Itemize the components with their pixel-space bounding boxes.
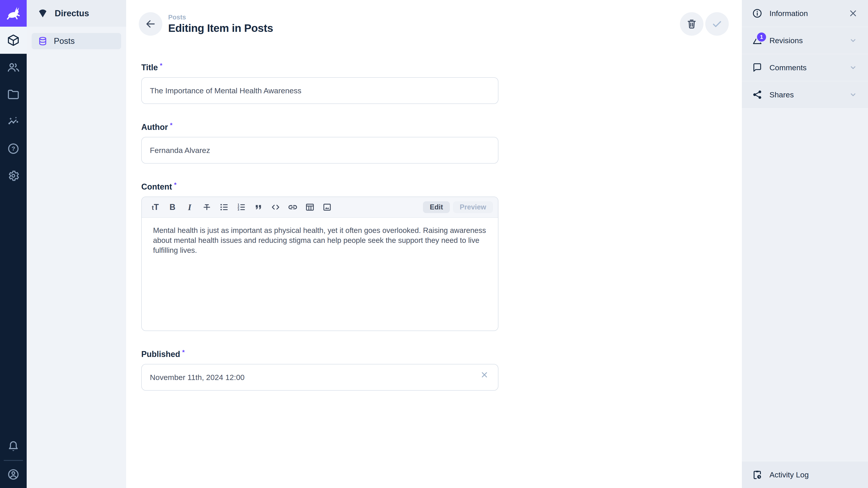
- toolbar-numbered-list-button[interactable]: 123: [232, 199, 250, 216]
- toolbar-table-button[interactable]: [301, 199, 318, 216]
- activity-log-label: Activity Log: [770, 470, 809, 479]
- field-published: Published*: [141, 350, 498, 391]
- toolbar-bulleted-list-button[interactable]: [215, 199, 232, 216]
- box-icon: [7, 34, 20, 47]
- page-title: Editing Item in Posts: [168, 22, 273, 34]
- toolbar-italic-button[interactable]: I: [181, 199, 198, 216]
- notifications-button[interactable]: [0, 433, 27, 460]
- toolbar-blockquote-button[interactable]: [250, 199, 267, 216]
- field-title: Title*: [141, 63, 498, 104]
- heading-icon: tT: [152, 203, 159, 211]
- markdown-editor: tT B I: [141, 197, 498, 331]
- sidebar-section-information[interactable]: Information: [742, 0, 868, 27]
- back-button[interactable]: [139, 12, 162, 36]
- toolbar-code-button[interactable]: [267, 199, 284, 216]
- required-asterisk: *: [182, 349, 185, 356]
- sidebar-section-comments[interactable]: Comments: [742, 54, 868, 81]
- detail-sidebar: Information 1 Revisions Comments: [742, 0, 868, 488]
- save-button[interactable]: [705, 12, 729, 36]
- nav-sidebar: Directus Posts: [27, 0, 126, 488]
- arrow-left-icon: [145, 18, 156, 30]
- page-header: Posts Editing Item in Posts: [126, 0, 742, 36]
- account-circle-icon: [7, 468, 20, 481]
- published-input[interactable]: [141, 364, 498, 391]
- module-item-insights[interactable]: [0, 108, 27, 135]
- required-asterisk: *: [160, 62, 162, 69]
- strikethrough-icon: [202, 202, 212, 213]
- directus-logo[interactable]: [0, 0, 27, 27]
- project-name: Directus: [55, 8, 89, 18]
- numbered-list-icon: 123: [236, 202, 246, 213]
- table-icon: [305, 202, 315, 213]
- sidebar-section-revisions[interactable]: 1 Revisions: [742, 27, 868, 54]
- module-item-files[interactable]: [0, 81, 27, 108]
- sidebar-section-shares[interactable]: Shares: [742, 81, 868, 108]
- author-input[interactable]: [141, 137, 498, 164]
- svg-text:?: ?: [11, 145, 15, 152]
- bulleted-list-icon: [219, 202, 229, 213]
- quote-icon: [253, 202, 264, 213]
- trash-icon: [686, 18, 698, 30]
- module-item-users[interactable]: [0, 54, 27, 81]
- account-button[interactable]: [0, 461, 27, 488]
- delete-button[interactable]: [680, 12, 704, 36]
- sidebar-section-label: Information: [770, 9, 808, 18]
- module-item-help[interactable]: ?: [0, 135, 27, 162]
- bell-icon: [7, 440, 20, 453]
- link-icon: [287, 202, 298, 213]
- field-author: Author*: [141, 123, 498, 164]
- chevron-down-icon[interactable]: [848, 63, 858, 72]
- share-icon: [752, 89, 763, 100]
- bold-icon: B: [169, 203, 176, 211]
- content-textarea[interactable]: Mental health is just as important as ph…: [142, 218, 498, 330]
- clear-date-button[interactable]: [477, 367, 492, 382]
- project-fan-icon: [37, 8, 49, 19]
- module-bar: ?: [0, 0, 27, 488]
- activity-log-button[interactable]: Activity Log: [742, 461, 868, 488]
- item-form: Title* Author* Content* tT B: [141, 63, 498, 391]
- nav-item-posts[interactable]: Posts: [32, 33, 121, 49]
- editor-mode-tabs: Edit Preview: [423, 201, 493, 213]
- svg-text:3: 3: [238, 208, 239, 211]
- field-title-label: Title*: [141, 63, 498, 72]
- module-item-content[interactable]: [0, 27, 27, 54]
- gear-icon: [7, 169, 20, 182]
- tab-preview[interactable]: Preview: [453, 201, 493, 213]
- toolbar-link-button[interactable]: [284, 199, 301, 216]
- sidebar-empty-area: [742, 108, 868, 461]
- code-icon: [270, 202, 281, 213]
- field-author-label: Author*: [141, 123, 498, 132]
- help-icon: ?: [7, 142, 20, 155]
- field-published-label: Published*: [141, 350, 498, 359]
- sidebar-section-label: Shares: [770, 90, 794, 99]
- main-content: Posts Editing Item in Posts Title*: [126, 0, 742, 488]
- tab-edit[interactable]: Edit: [423, 201, 450, 213]
- image-icon: [322, 202, 332, 213]
- insights-icon: [7, 115, 20, 128]
- close-icon: [848, 8, 858, 18]
- field-content-label: Content*: [141, 182, 498, 192]
- toolbar-bold-button[interactable]: B: [164, 199, 181, 216]
- chevron-down-icon[interactable]: [848, 90, 858, 100]
- comment-icon: [752, 62, 763, 73]
- required-asterisk: *: [174, 181, 177, 188]
- sidebar-section-label: Revisions: [770, 36, 803, 45]
- toolbar-strikethrough-button[interactable]: [198, 199, 215, 216]
- chevron-down-icon[interactable]: [848, 35, 858, 45]
- project-switcher[interactable]: Directus: [27, 0, 126, 27]
- users-icon: [7, 61, 20, 74]
- italic-icon: I: [188, 203, 191, 212]
- activity-log-icon: [752, 469, 763, 480]
- close-sidebar-button[interactable]: [848, 8, 858, 18]
- title-input[interactable]: [141, 77, 498, 104]
- editor-toolbar: tT B I: [142, 197, 498, 218]
- module-item-settings[interactable]: [0, 162, 27, 189]
- toolbar-image-button[interactable]: [318, 199, 336, 216]
- toolbar-heading-button[interactable]: tT: [147, 199, 164, 216]
- field-content: Content* tT B I: [141, 182, 498, 331]
- revisions-count-badge: 1: [756, 31, 767, 43]
- breadcrumb[interactable]: Posts: [168, 13, 273, 21]
- required-asterisk: *: [170, 122, 173, 129]
- folder-icon: [7, 88, 20, 101]
- close-icon: [480, 370, 489, 380]
